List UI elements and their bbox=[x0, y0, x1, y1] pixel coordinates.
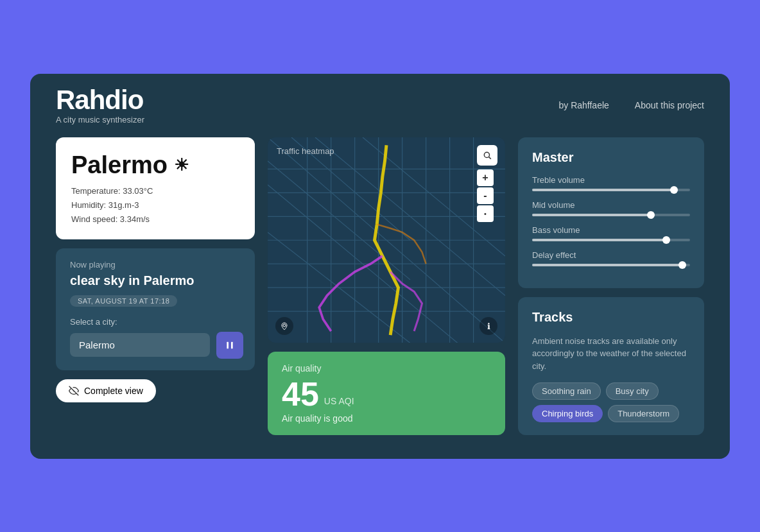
svg-rect-1 bbox=[231, 341, 233, 348]
header: Rahdio A city music synthesizer by Rahff… bbox=[30, 74, 730, 131]
main-content: Palermo ☀ Temperature: 33.03°C Humidity:… bbox=[30, 131, 730, 455]
tracks-card: Tracks Ambient noise tracks are availabl… bbox=[518, 297, 704, 436]
complete-view-label: Complete view bbox=[84, 386, 143, 396]
city-input[interactable] bbox=[70, 333, 210, 357]
track-tag-busy-city[interactable]: Busy city bbox=[606, 382, 659, 400]
treble-volume-row: Treble volume bbox=[532, 175, 690, 191]
city-name-text: Palermo bbox=[71, 151, 168, 179]
delay-effect-row: Delay effect bbox=[532, 250, 690, 266]
header-right: by Rahffaele About this project bbox=[558, 100, 704, 110]
tracks-title: Tracks bbox=[532, 310, 690, 325]
map-svg bbox=[268, 137, 505, 343]
map-bottom-controls: ℹ bbox=[268, 317, 505, 335]
map-section: Traffic heatmap bbox=[268, 137, 505, 343]
tracks-description: Ambient noise tracks are available only … bbox=[532, 335, 690, 373]
svg-rect-0 bbox=[227, 341, 229, 348]
temperature: Temperature: 33.03°C bbox=[71, 184, 239, 198]
master-title: Master bbox=[532, 150, 690, 165]
treble-volume-label: Treble volume bbox=[532, 175, 690, 185]
track-tags: Soothing rain Busy city Chirping birds T… bbox=[532, 382, 690, 422]
weather-details: Temperature: 33.03°C Humidity: 31g.m-3 W… bbox=[71, 184, 239, 227]
map-zoom-in-button[interactable]: + bbox=[477, 169, 494, 186]
right-column: Master Treble volume Mid volume bbox=[518, 137, 704, 436]
wind-speed: Wind speed: 3.34m/s bbox=[71, 212, 239, 227]
complete-view-button[interactable]: Complete view bbox=[56, 379, 156, 402]
treble-volume-track[interactable] bbox=[532, 189, 690, 191]
info-icon: ℹ bbox=[487, 322, 490, 331]
bass-volume-track[interactable] bbox=[532, 239, 690, 241]
map-zoom-reset-button[interactable]: • bbox=[477, 205, 494, 222]
air-quality-label: Air quality bbox=[282, 363, 491, 373]
eye-off-icon bbox=[69, 386, 79, 396]
location-icon bbox=[281, 322, 288, 330]
bass-volume-row: Bass volume bbox=[532, 225, 690, 241]
map-location-button[interactable] bbox=[275, 317, 293, 335]
mid-volume-row: Mid volume bbox=[532, 200, 690, 216]
now-playing-title: clear sky in Palermo bbox=[70, 273, 241, 288]
pause-icon bbox=[225, 340, 235, 350]
app-container: Rahdio A city music synthesizer by Rahff… bbox=[30, 74, 730, 459]
about-link[interactable]: About this project bbox=[635, 100, 704, 110]
mid-volume-label: Mid volume bbox=[532, 200, 690, 210]
middle-column: Traffic heatmap bbox=[268, 137, 505, 436]
map-controls: + - • bbox=[477, 145, 497, 222]
now-playing-card: Now playing clear sky in Palermo SAT, AU… bbox=[56, 248, 255, 370]
mid-volume-track[interactable] bbox=[532, 214, 690, 216]
svg-point-25 bbox=[484, 152, 489, 157]
by-label: by Rahffaele bbox=[558, 100, 609, 110]
air-quality-card: Air quality 45 US AQI Air quality is goo… bbox=[268, 352, 505, 435]
logo-area: Rahdio A city music synthesizer bbox=[56, 87, 144, 124]
track-tag-soothing-rain[interactable]: Soothing rain bbox=[532, 382, 601, 400]
sun-icon: ☀ bbox=[174, 155, 189, 175]
map-label: Traffic heatmap bbox=[277, 146, 334, 156]
search-icon bbox=[483, 151, 492, 160]
track-tag-chirping-birds[interactable]: Chirping birds bbox=[532, 405, 603, 422]
logo-title: Rahdio bbox=[56, 87, 144, 114]
aqi-unit: US AQI bbox=[324, 397, 354, 406]
delay-effect-label: Delay effect bbox=[532, 250, 690, 260]
now-playing-label: Now playing bbox=[70, 260, 241, 270]
svg-point-27 bbox=[283, 324, 286, 327]
svg-line-26 bbox=[489, 157, 491, 159]
logo-subtitle: A city music synthesizer bbox=[56, 115, 144, 124]
play-pause-button[interactable] bbox=[216, 332, 243, 359]
air-quality-value: 45 bbox=[282, 377, 319, 411]
humidity: Humidity: 31g.m-3 bbox=[71, 198, 239, 212]
date-badge: SAT, AUGUST 19 AT 17:18 bbox=[70, 295, 177, 307]
city-name: Palermo ☀ bbox=[71, 151, 239, 179]
map-zoom-out-button[interactable]: - bbox=[477, 187, 494, 204]
weather-card: Palermo ☀ Temperature: 33.03°C Humidity:… bbox=[56, 137, 255, 239]
select-city-label: Select a city: bbox=[70, 317, 241, 327]
air-quality-status: Air quality is good bbox=[282, 413, 491, 424]
map-search-button[interactable] bbox=[477, 145, 497, 166]
map-info-button[interactable]: ℹ bbox=[479, 317, 497, 335]
delay-effect-track[interactable] bbox=[532, 264, 690, 266]
city-input-row bbox=[70, 332, 241, 359]
air-quality-number: 45 US AQI bbox=[282, 377, 491, 411]
track-tag-thunderstorm[interactable]: Thunderstorm bbox=[608, 405, 679, 422]
left-column: Palermo ☀ Temperature: 33.03°C Humidity:… bbox=[56, 137, 255, 436]
master-card: Master Treble volume Mid volume bbox=[518, 137, 704, 288]
bass-volume-label: Bass volume bbox=[532, 225, 690, 235]
